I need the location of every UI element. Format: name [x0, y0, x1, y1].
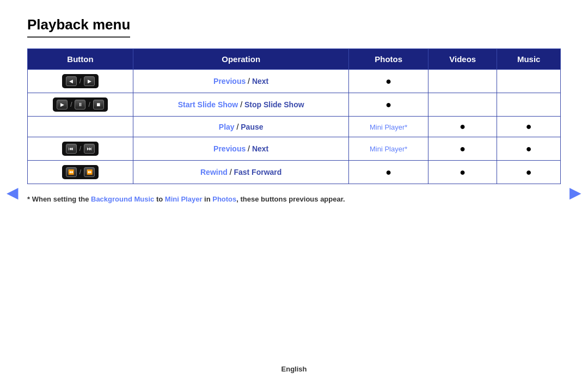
op-next2: Next	[252, 144, 268, 153]
op-previous2: Previous	[213, 144, 246, 153]
footnote-photos: Photos	[212, 195, 236, 203]
music-cell	[497, 93, 561, 117]
table-row: ⏮ / ⏭ Previous / Next Mini Player* ● ●	[28, 137, 561, 161]
operation-cell: Start Slide Show / Stop Slide Show	[133, 93, 348, 117]
slideshow-buttons: ▶ / ⏸ / ⏹	[53, 97, 108, 112]
videos-cell: ●	[428, 117, 497, 137]
operation-cell: Previous / Next	[133, 137, 348, 161]
footnote-mini-player: Mini Player	[165, 195, 203, 203]
op-separator: /	[240, 100, 244, 109]
op-fast-forward: Fast Forward	[234, 168, 281, 176]
music-cell: ●	[497, 137, 561, 161]
videos-cell	[428, 70, 497, 93]
photos-cell: ●	[349, 161, 428, 184]
table-row: ▶ / ⏸ / ⏹ Start Slide Show / Stop Slide …	[28, 93, 561, 117]
track-prev-next-buttons: ⏮ / ⏭	[62, 142, 99, 156]
footnote-in: in	[202, 195, 212, 203]
op-play: Play	[219, 123, 235, 131]
button-cell: ⏮ / ⏭	[28, 137, 133, 161]
nav-right-arrow[interactable]: ▶	[569, 183, 581, 201]
prev-icon: ◀	[66, 76, 77, 86]
footnote-suffix: , these buttons previous appear.	[236, 195, 345, 203]
music-cell: ●	[497, 117, 561, 137]
videos-cell: ●	[428, 161, 497, 184]
op-next: Next	[252, 77, 268, 86]
play-icon: ▶	[57, 100, 68, 109]
col-header-operation: Operation	[133, 49, 348, 70]
op-rewind: Rewind	[200, 168, 228, 176]
music-cell	[497, 70, 561, 93]
button-cell: ◀ / ▶	[28, 70, 133, 93]
photos-cell: Mini Player*	[349, 137, 428, 161]
op-stop-slide: Stop Slide Show	[244, 100, 304, 109]
next-track-icon: ⏭	[84, 144, 95, 154]
op-pause: Pause	[241, 123, 263, 131]
col-header-button: Button	[28, 49, 133, 70]
prev-track-icon: ⏮	[66, 144, 77, 154]
button-cell: ▶ / ⏸ / ⏹	[28, 93, 133, 117]
rewind-ff-buttons: ⏪ / ⏩	[62, 165, 99, 179]
operation-cell: Previous / Next	[133, 70, 348, 93]
prev-next-buttons: ◀ / ▶	[62, 74, 99, 88]
col-header-videos: Videos	[428, 49, 497, 70]
footnote-prefix: * When setting the	[27, 195, 91, 203]
page-title: Playback menu	[27, 16, 130, 38]
op-start-slide: Start Slide Show	[178, 100, 238, 109]
table-row: Play / Pause Mini Player* ● ●	[28, 117, 561, 137]
operation-cell: Play / Pause	[133, 117, 348, 137]
table-row: ⏪ / ⏩ Rewind / Fast Forward ● ● ●	[28, 161, 561, 184]
col-header-photos: Photos	[349, 49, 428, 70]
next-icon: ▶	[84, 76, 95, 86]
col-header-music: Music	[497, 49, 561, 70]
fast-forward-icon: ⏩	[84, 167, 95, 177]
photos-cell: ●	[349, 93, 428, 117]
op-previous: Previous	[213, 77, 246, 86]
footer-text: English	[0, 365, 588, 373]
music-cell: ●	[497, 161, 561, 184]
footnote-bg-music: Background Music	[91, 195, 154, 203]
photos-cell: ●	[349, 70, 428, 93]
videos-cell: ●	[428, 137, 497, 161]
videos-cell	[428, 93, 497, 117]
photos-cell: Mini Player*	[349, 117, 428, 137]
op-separator: /	[248, 144, 252, 153]
table-row: ◀ / ▶ Previous / Next ●	[28, 70, 561, 93]
rewind-icon: ⏪	[66, 167, 77, 177]
nav-left-arrow[interactable]: ◀	[7, 183, 19, 201]
op-separator: /	[248, 77, 252, 86]
stop-icon: ⏹	[93, 100, 104, 109]
button-cell: ⏪ / ⏩	[28, 161, 133, 184]
pause-icon: ⏸	[75, 100, 85, 109]
operation-cell: Rewind / Fast Forward	[133, 161, 348, 184]
playback-table: Button Operation Photos Videos Music ◀ /…	[27, 48, 561, 184]
footnote-to: to	[154, 195, 165, 203]
footnote: * When setting the Background Music to M…	[27, 195, 561, 203]
button-cell	[28, 117, 133, 137]
